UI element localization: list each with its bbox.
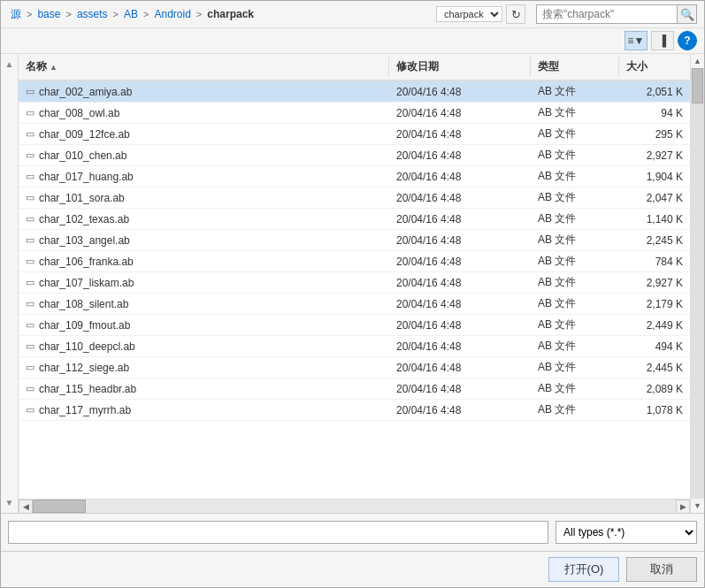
cancel-button[interactable]: 取消 (626, 557, 697, 582)
file-icon: ▭ (26, 319, 34, 331)
table-row[interactable]: ▭ char_103_angel.ab 20/04/16 4:48 AB 文件 … (19, 230, 690, 251)
file-name-cell: ▭ char_107_liskam.ab (19, 272, 389, 293)
table-row[interactable]: ▭ char_108_silent.ab 20/04/16 4:48 AB 文件… (19, 294, 690, 315)
filetype-select[interactable]: All types (*.*) (556, 521, 697, 544)
help-button[interactable]: ? (678, 31, 697, 50)
table-row[interactable]: ▭ char_115_headbr.ab 20/04/16 4:48 AB 文件… (19, 378, 690, 400)
file-name: char_108_silent.ab (39, 298, 128, 310)
file-date: 20/04/16 4:48 (396, 234, 461, 247)
file-name: char_009_12fce.ab (39, 128, 130, 141)
view-panel-button[interactable]: ▐ (651, 31, 674, 50)
file-size-cell: 2,047 K (619, 187, 690, 208)
table-row[interactable]: ▭ char_109_fmout.ab 20/04/16 4:48 AB 文件 … (19, 315, 690, 336)
table-row[interactable]: ▭ char_117_myrrh.ab 20/04/16 4:48 AB 文件 … (19, 400, 690, 421)
file-date-cell: 20/04/16 4:48 (389, 145, 531, 165)
file-size-cell: 1,904 K (619, 166, 690, 187)
nav-down-arrow[interactable]: ▼ (4, 496, 16, 509)
file-size: 2,927 K (647, 149, 683, 162)
table-row[interactable]: ▭ char_010_chen.ab 20/04/16 4:48 AB 文件 2… (19, 145, 690, 166)
file-date: 20/04/16 4:48 (396, 192, 461, 204)
hscroll-left-arrow[interactable]: ◀ (19, 500, 33, 514)
file-size-cell: 784 K (619, 251, 690, 271)
header-name[interactable]: 名称 ▲ (19, 57, 389, 77)
file-size-cell: 2,927 K (619, 272, 690, 293)
table-row[interactable]: ▭ char_110_deepcl.ab 20/04/16 4:48 AB 文件… (19, 336, 690, 357)
file-icon: ▭ (26, 404, 34, 416)
details-view-icon: ≡▼ (628, 34, 645, 47)
table-row[interactable]: ▭ char_008_owl.ab 20/04/16 4:48 AB 文件 94… (19, 103, 690, 124)
table-row[interactable]: ▭ char_102_texas.ab 20/04/16 4:48 AB 文件 … (19, 209, 690, 230)
hscroll-right-arrow[interactable]: ▶ (676, 500, 690, 514)
file-size: 2,445 K (647, 362, 683, 374)
file-type-cell: AB 文件 (531, 145, 619, 165)
file-size-cell: 94 K (619, 103, 690, 123)
file-list-container: 名称 ▲ 修改日期 类型 大小 ▭ char_002_amiya.ab (19, 54, 690, 513)
file-name: char_002_amiya.ab (39, 86, 132, 98)
breadcrumb-item-3[interactable]: AB (121, 7, 141, 21)
horizontal-scrollbar[interactable]: ◀ ▶ (19, 499, 690, 513)
file-size-cell: 494 K (619, 336, 690, 356)
vscroll-up-arrow[interactable]: ▲ (691, 54, 704, 68)
file-size: 1,904 K (647, 171, 683, 183)
breadcrumb-current: charpack (204, 7, 257, 21)
header-date[interactable]: 修改日期 (389, 57, 531, 77)
filename-input[interactable] (8, 521, 548, 544)
nav-up-arrow[interactable]: ▲ (4, 57, 16, 71)
file-icon: ▭ (26, 340, 34, 352)
file-date: 20/04/16 4:48 (396, 86, 461, 98)
table-row[interactable]: ▭ char_106_franka.ab 20/04/16 4:48 AB 文件… (19, 251, 690, 272)
refresh-button[interactable]: ↻ (506, 4, 525, 24)
file-size: 1,078 K (647, 404, 683, 416)
file-size: 2,927 K (647, 277, 683, 289)
view-details-button[interactable]: ≡▼ (625, 31, 648, 50)
search-icon: 🔍 (680, 8, 694, 21)
breadcrumb-item-4[interactable]: Android (151, 7, 193, 21)
search-area: 🔍 (536, 4, 697, 24)
vscroll-down-arrow[interactable]: ▼ (691, 499, 704, 513)
file-size-cell: 2,245 K (619, 230, 690, 250)
file-name: char_017_huang.ab (39, 171, 134, 183)
table-row[interactable]: ▭ char_002_amiya.ab 20/04/16 4:48 AB 文件 … (19, 81, 690, 103)
breadcrumb-item-1[interactable]: base (34, 7, 63, 21)
file-date-cell: 20/04/16 4:48 (389, 294, 531, 314)
file-size-cell: 1,140 K (619, 209, 690, 229)
vscroll-thumb[interactable] (692, 68, 703, 103)
file-date: 20/04/16 4:48 (396, 298, 461, 310)
file-name: char_103_angel.ab (39, 234, 130, 247)
hscroll-thumb[interactable] (33, 500, 86, 513)
table-row[interactable]: ▭ char_112_siege.ab 20/04/16 4:48 AB 文件 … (19, 357, 690, 378)
bottom-bar: All types (*.*) (1, 513, 704, 551)
file-name-cell: ▭ char_009_12fce.ab (19, 124, 389, 144)
table-row[interactable]: ▭ char_107_liskam.ab 20/04/16 4:48 AB 文件… (19, 272, 690, 294)
file-name-cell: ▭ char_112_siege.ab (19, 357, 389, 378)
left-nav: ▲ ▼ (1, 54, 19, 513)
vertical-scrollbar[interactable]: ▲ ▼ (690, 54, 704, 513)
file-date-cell: 20/04/16 4:48 (389, 357, 531, 378)
file-name: char_008_owl.ab (39, 107, 119, 119)
table-row[interactable]: ▭ char_017_huang.ab 20/04/16 4:48 AB 文件 … (19, 166, 690, 187)
file-type: AB 文件 (538, 211, 576, 226)
search-input[interactable] (536, 4, 678, 24)
open-button[interactable]: 打开(O) (548, 557, 619, 582)
search-button[interactable]: 🔍 (678, 4, 697, 24)
header-type[interactable]: 类型 (531, 57, 619, 77)
file-type: AB 文件 (538, 105, 576, 120)
breadcrumb-item-0[interactable]: 源 (8, 6, 24, 23)
file-name: char_112_siege.ab (39, 362, 129, 374)
file-name: char_115_headbr.ab (39, 383, 136, 395)
header-size[interactable]: 大小 (619, 57, 690, 77)
file-icon: ▭ (26, 213, 34, 225)
file-type: AB 文件 (538, 296, 576, 311)
file-size-cell: 2,051 K (619, 81, 690, 102)
breadcrumb-item-2[interactable]: assets (74, 7, 111, 21)
file-date-cell: 20/04/16 4:48 (389, 166, 531, 187)
table-row[interactable]: ▭ char_009_12fce.ab 20/04/16 4:48 AB 文件 … (19, 124, 690, 145)
breadcrumb: 源 > base > assets > AB > Android > charp… (8, 6, 429, 23)
file-date-cell: 20/04/16 4:48 (389, 124, 531, 144)
table-row[interactable]: ▭ char_101_sora.ab 20/04/16 4:48 AB 文件 2… (19, 187, 690, 209)
file-name-cell: ▭ char_010_chen.ab (19, 145, 389, 165)
breadcrumb-dropdown[interactable]: charpack (436, 6, 502, 22)
file-type: AB 文件 (538, 169, 576, 184)
file-name-cell: ▭ char_101_sora.ab (19, 187, 389, 208)
file-size: 295 K (655, 128, 683, 141)
